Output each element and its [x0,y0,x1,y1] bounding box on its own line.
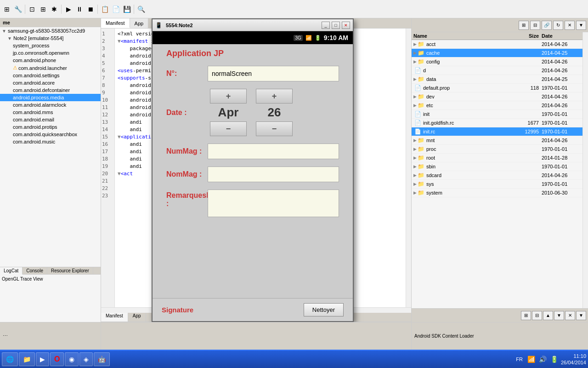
right-tool-menu[interactable]: ▼ [576,21,586,30]
nummag-input[interactable] [208,144,339,159]
collapse-icon[interactable]: ▼ [118,38,121,44]
emulator-close-btn[interactable]: ✕ [342,22,350,29]
tree-item-1[interactable]: ▼Note2 [emulator-5554] [0,34,101,42]
action-btn-3[interactable]: ▲ [543,311,553,320]
file-row-10[interactable]: 📄 init.rc 12995 1970-01-01 [412,127,582,136]
toolbar-icon-10[interactable]: 📄 [111,4,121,14]
right-tool-refresh[interactable]: ↻ [553,21,563,30]
tree-item-15[interactable]: com.android.music [0,138,101,145]
toolbar-icon-6[interactable]: ▶ [63,4,74,14]
toolbar-icon-7[interactable]: ⏸ [74,4,85,14]
toolbar-icon-1[interactable]: ⊞ [2,4,12,14]
day-decrement-btn[interactable]: − [256,121,293,136]
taskbar-app[interactable]: ◈ [79,352,93,366]
file-row-11[interactable]: ▶ 📁 mnt 2014-04-26 [412,136,582,145]
remarque-field: Remarquesks : [166,190,339,217]
file-row-1[interactable]: ▶ 📁 cache 2014-04-25 [412,49,582,58]
tab-console[interactable]: Console [23,267,47,274]
toolbar-icon-5[interactable]: ✱ [49,4,59,14]
tree-item-9[interactable]: android.process.media [0,94,101,101]
right-tool-expand[interactable]: ⊟ [530,21,540,30]
collapse-icon[interactable]: ▼ [118,134,121,140]
tree-item-14[interactable]: com.android.quicksearchbox [0,131,101,138]
file-row-13[interactable]: ▶ 📁 root 2014-01-28 [412,154,582,162]
taskbar-chrome[interactable]: ◉ [65,352,79,366]
action-btn-5[interactable]: ✕ [565,311,575,320]
sdk-status-text: Android SDK Content Loader [414,334,474,339]
tree-item-12[interactable]: com.android.email [0,116,101,123]
file-row-6[interactable]: ▶ 📁 dev 2014-04-26 [412,92,582,101]
file-row-2[interactable]: ▶ 📁 config 2014-04-26 [412,58,582,66]
file-row-3[interactable]: 📄 d 2014-04-26 [412,66,582,75]
taskbar-android[interactable]: 🤖 [94,352,110,366]
action-btn-6[interactable]: ▼ [576,311,586,320]
editor-tab-manifest[interactable]: Manifest [101,313,128,322]
tree-item-8[interactable]: com.android.defcontainer [0,86,101,94]
tab-logcat[interactable]: LogCat [0,267,23,275]
file-row-7[interactable]: ▶ 📁 etc 2014-04-26 [412,101,582,110]
file-row-14[interactable]: ▶ 📁 sbin 1970-01-01 [412,162,582,171]
month-increment-btn[interactable]: + [210,89,247,104]
line-num-14: 14 [102,126,113,133]
action-btn-1[interactable]: ⊞ [521,311,531,320]
action-btn-4[interactable]: ▼ [554,311,564,320]
right-scrollbar-v[interactable] [582,32,588,308]
collapse-icon[interactable]: ▼ [118,171,121,177]
file-row-16[interactable]: ▶ 📁 sys 1970-01-01 [412,180,582,189]
right-tool-link[interactable]: 🔗 [542,21,552,30]
emulator-minimize-btn[interactable]: _ [322,22,330,29]
tree-item-10[interactable]: com.android.alarmclock [0,101,101,109]
nommag-input[interactable] [208,167,339,182]
bottom-panels: ⋯ Android SDK Content Loader [0,322,588,350]
file-row-4[interactable]: ▶ 📁 data 2014-04-25 [412,75,582,84]
file-row-12[interactable]: ▶ 📁 proc 1970-01-01 [412,145,582,154]
tree-item-3[interactable]: jp.co.omronsoft.openwnn [0,49,101,57]
action-btn-2[interactable]: ⊟ [532,311,542,320]
right-tool-collapse[interactable]: ⊞ [519,21,529,30]
code-scrollbar-v[interactable] [406,29,411,307]
tree-item-2[interactable]: system_process [0,42,101,49]
editor-tab-app[interactable]: App [128,313,146,322]
month-decrement-btn[interactable]: − [210,121,247,136]
tree-item-6[interactable]: com.android.settings [0,72,101,79]
item-label: com.android.email [13,117,54,122]
toolbar-icon-2[interactable]: 🔧 [13,4,23,14]
tree-item-5[interactable]: ⚠com.android.launcher [0,64,101,72]
tab-manifest[interactable]: Manifest [101,18,130,28]
file-row-8[interactable]: 📄 init 1970-01-01 [412,110,582,119]
tree-item-0[interactable]: ▼samsung-gt-s5830-S583057cc2d9 [0,27,101,34]
day-increment-btn[interactable]: + [256,89,293,104]
tab-resource-explorer[interactable]: Resource Explorer [47,267,93,274]
file-row-17[interactable]: ▶ 📁 system 2010-06-30 [412,189,582,197]
right-tool-delete[interactable]: ✕ [565,21,575,30]
toolbar-icon-8[interactable]: ⏹ [85,4,96,14]
item-label: com.android.mms [13,109,53,115]
toolbar-icon-9[interactable]: 📋 [100,4,110,14]
taskbar-opera[interactable]: O [50,352,64,366]
nettoyer-button[interactable]: Nettoyer [304,303,344,316]
file-row-5[interactable]: 📄 default.prop 118 1970-01-01 [412,84,582,92]
tab-app[interactable]: App [130,18,149,28]
tree-item-11[interactable]: com.android.mms [0,109,101,116]
file-row-15[interactable]: ▶ 📁 sdcard 2014-04-26 [412,171,582,180]
emulator-title: 5554:Note2 [166,23,320,28]
taskbar-ie[interactable]: 🌐 [2,352,18,366]
tree-item-4[interactable]: com.android.phone [0,57,101,64]
no-input[interactable] [208,66,339,81]
toolbar-icon-12[interactable]: 🔍 [136,4,146,14]
emulator-maximize-btn[interactable]: □ [332,22,340,29]
file-date: 1970-01-01 [542,120,581,126]
file-row-0[interactable]: ▶ 📁 acct 2014-04-26 [412,40,582,49]
taskbar-wmp[interactable]: ▶ [36,352,49,366]
file-type-icon: 📁 [418,76,424,82]
bottom-right: Android SDK Content Loader [411,322,588,350]
chrome-icon: ◉ [69,356,74,363]
toolbar-icon-11[interactable]: 💾 [122,4,132,14]
toolbar-icon-3[interactable]: ⊡ [27,4,37,14]
remarque-textarea[interactable] [208,190,339,217]
file-row-9[interactable]: 📄 init.goldfish.rc 1677 1970-01-01 [412,119,582,127]
taskbar-explorer[interactable]: 📁 [19,352,35,366]
tree-item-7[interactable]: com.android.acore [0,79,101,86]
toolbar-icon-4[interactable]: ⊞ [38,4,48,14]
tree-item-13[interactable]: com.android.protips [0,123,101,131]
